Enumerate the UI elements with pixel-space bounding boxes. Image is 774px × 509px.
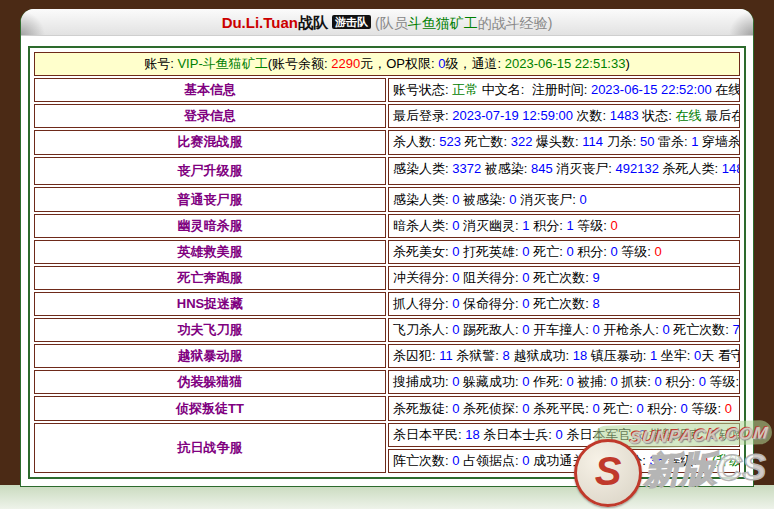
row-label-1: 基本信息 bbox=[34, 78, 386, 102]
stat-text: 级，通道: bbox=[445, 56, 504, 71]
stat-text: 0 bbox=[701, 453, 708, 468]
clan-name: Du.Li.Tuan bbox=[222, 14, 298, 31]
row-content-1: 账号状态: 正常 中文名: 注册时间: 2023-06-15 22:52:00 … bbox=[388, 78, 740, 102]
player-name: 斗鱼猫矿工 bbox=[408, 15, 478, 31]
stat-text: 0 bbox=[522, 244, 529, 259]
stat-text: 被感染: bbox=[481, 161, 531, 176]
table-row: HNS捉迷藏抓人得分: 0 保命得分: 0 死亡次数: 8 bbox=[34, 292, 740, 316]
stat-text: 0 bbox=[709, 427, 716, 442]
stat-text: 天 看守: bbox=[701, 348, 740, 363]
stat-text: 杀狱警: bbox=[453, 348, 503, 363]
row-content-2: 最后登录: 2023-07-19 12:59:00 次数: 1483 状态: 在… bbox=[388, 104, 740, 128]
table-row: 英雄救美服杀死美女: 0 打死英雄: 0 死亡: 0 积分: 0 等级: 0 bbox=[34, 240, 740, 264]
stat-text: 2023-06-15 22:52:00 bbox=[591, 82, 712, 97]
table-row: 越狱暴动服杀囚犯: 11 杀狱警: 8 越狱成功: 18 镇压暴动: 1 坐牢:… bbox=[34, 344, 740, 368]
row-content-14-2: 阵亡次数: 0 占领据点: 0 成功通关: 0 总积分: 36 等级: 0 (升… bbox=[388, 449, 740, 473]
row-label-9: HNS捉迷藏 bbox=[34, 292, 386, 316]
stat-text: 11 bbox=[439, 348, 453, 363]
row-label-8: 死亡奔跑服 bbox=[34, 266, 386, 290]
header-subtitle: (队员斗鱼猫矿工的战斗经验) bbox=[375, 15, 552, 31]
stat-text: 0 bbox=[699, 374, 706, 389]
stat-text: 0 bbox=[509, 192, 516, 207]
stat-text: 845 bbox=[531, 161, 553, 176]
stat-text: 杀死叛徒: bbox=[393, 401, 452, 416]
stat-text: 50 bbox=[640, 134, 654, 149]
subtitle-suffix: 的战斗经验) bbox=[478, 15, 553, 31]
stat-text: 1 bbox=[522, 218, 529, 233]
stats-table: 账号: VIP-斗鱼猫矿工(账号余额: 2290元，OP权限: 0级，通道: 2… bbox=[32, 50, 742, 475]
stat-text: 杀死人类: bbox=[659, 161, 722, 176]
stat-text: 感染人类: bbox=[393, 161, 452, 176]
stat-text: 492132 bbox=[616, 161, 659, 176]
stat-text: 等级: bbox=[574, 218, 611, 233]
stat-text: 0 bbox=[639, 427, 646, 442]
stat-text: 等级: bbox=[664, 453, 701, 468]
row-label-7: 英雄救美服 bbox=[34, 240, 386, 264]
stat-text: 8 bbox=[503, 348, 510, 363]
stat-text: 2290 bbox=[331, 56, 360, 71]
stat-text: 36 bbox=[649, 453, 663, 468]
stat-text: 死亡次数: bbox=[530, 296, 593, 311]
stat-text: 被捕: bbox=[574, 374, 611, 389]
stat-text: 0 bbox=[566, 374, 573, 389]
stat-text: 0 bbox=[592, 453, 599, 468]
table-row: 幽灵暗杀服暗杀人类: 0 消灭幽灵: 1 积分: 1 等级: 0 bbox=[34, 214, 740, 238]
stat-text: 322 bbox=[511, 134, 533, 149]
stat-text: 飞刀杀人: bbox=[393, 322, 452, 337]
clan-name-suffix: 战队 bbox=[298, 14, 328, 31]
stat-text: 杀死侦探: bbox=[459, 401, 522, 416]
stat-text: 雷杀: bbox=[654, 134, 691, 149]
stat-text: 3372 bbox=[452, 161, 481, 176]
row-content-10: 飞刀杀人: 0 踢死敌人: 0 开车撞人: 0 开枪杀人: 0 死亡次数: 7 … bbox=[388, 318, 740, 342]
table-row: 侦探叛徒TT杀死叛徒: 0 杀死侦探: 0 杀死平民: 0 死亡: 0 积分: … bbox=[34, 396, 740, 420]
stat-text: 账号: bbox=[144, 56, 177, 71]
stat-text: 账号状态: bbox=[393, 82, 452, 97]
page-bottom-strip bbox=[0, 485, 774, 509]
stat-text: 中文名: 注册时间: bbox=[478, 82, 591, 97]
stat-text: 躲藏成功: bbox=[459, 374, 522, 389]
stat-text: 镇压暴动: bbox=[587, 348, 650, 363]
stat-text: 9 bbox=[592, 270, 599, 285]
stat-text: 最后登录: bbox=[393, 108, 452, 123]
row-content-7: 杀死美女: 0 打死英雄: 0 死亡: 0 积分: 0 等级: 0 bbox=[388, 240, 740, 264]
stat-text: 摧毁坦克: bbox=[646, 427, 709, 442]
row-content-6: 暗杀人类: 0 消灭幽灵: 1 积分: 1 等级: 0 bbox=[388, 214, 740, 238]
stat-text: 114 bbox=[582, 134, 603, 149]
content-panel: Du.Li.Tuan战队游击队(队员斗鱼猫矿工的战斗经验) 账号: VIP-斗鱼… bbox=[20, 9, 754, 487]
stat-text: 抓人得分: bbox=[393, 296, 452, 311]
stat-text: 次数: bbox=[573, 108, 610, 123]
subtitle-prefix: (队员 bbox=[375, 15, 408, 31]
stat-text: 0 bbox=[522, 453, 529, 468]
account-summary-row: 账号: VIP-斗鱼猫矿工(账号余额: 2290元，OP权限: 0级，通道: 2… bbox=[34, 52, 740, 76]
stat-text: 等级: bbox=[618, 244, 655, 259]
table-row: 普通丧尸服感染人类: 0 被感染: 0 消灭丧尸: 0 bbox=[34, 187, 740, 211]
row-label-14: 抗日战争服 bbox=[34, 423, 386, 473]
stat-text: 0 bbox=[556, 427, 563, 442]
row-label-11: 越狱暴动服 bbox=[34, 344, 386, 368]
row-content-5: 感染人类: 0 被感染: 0 消灭丧尸: 0 bbox=[388, 187, 740, 211]
stat-text: 死亡次数: bbox=[530, 270, 593, 285]
row-label-10: 功夫飞刀服 bbox=[34, 318, 386, 342]
stat-text: 死亡: bbox=[600, 401, 637, 416]
stat-text: 暗杀人类: bbox=[393, 218, 452, 233]
stat-text: 0 bbox=[655, 374, 662, 389]
stat-text: 在线 bbox=[676, 108, 702, 123]
stat-text: 18 bbox=[573, 348, 587, 363]
stat-text: 被感染: bbox=[459, 192, 509, 207]
stat-text: 元，OP权限: bbox=[360, 56, 438, 71]
table-row: 登录信息最后登录: 2023-07-19 12:59:00 次数: 1483 状… bbox=[34, 104, 740, 128]
stat-text: 杀死美女: bbox=[393, 244, 452, 259]
stat-text: 穿墙杀人: bbox=[698, 134, 740, 149]
stat-text: 2023-07-19 12:59:00 bbox=[452, 108, 573, 123]
stat-text: 0 bbox=[566, 244, 573, 259]
stat-text: 最后在线: bbox=[702, 108, 740, 123]
stat-text: 阻关得分: bbox=[459, 270, 522, 285]
stat-text: 死亡: bbox=[530, 244, 567, 259]
stat-text: 0 bbox=[579, 192, 586, 207]
stat-text: 刀杀: bbox=[603, 134, 640, 149]
row-label-5: 普通丧尸服 bbox=[34, 187, 386, 211]
stat-text: 死亡数: bbox=[461, 134, 511, 149]
stat-text: 保命得分: bbox=[459, 296, 522, 311]
row-content-3: 杀人数: 523 死亡数: 322 爆头数: 114 刀杀: 50 雷杀: 1 … bbox=[388, 130, 740, 154]
stat-text: 0 bbox=[522, 374, 529, 389]
